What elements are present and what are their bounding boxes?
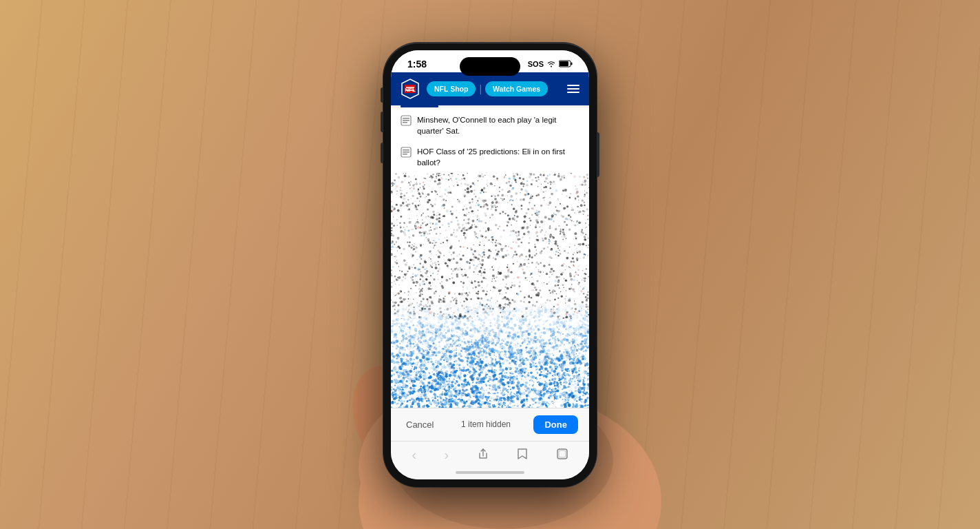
share-icon [477, 448, 489, 460]
nfl-logo: NFL [399, 78, 421, 100]
volume-up-button [381, 112, 383, 132]
cancel-button[interactable]: Cancel [402, 417, 438, 433]
home-indicator-bar [391, 468, 589, 479]
dynamic-island [460, 57, 520, 76]
svg-rect-28 [559, 450, 566, 457]
volume-down-button [381, 143, 383, 163]
scatter-canvas [391, 173, 589, 408]
battery-icon [559, 60, 573, 68]
tabs-icon [556, 448, 568, 460]
status-right-icons: SOS [528, 60, 573, 68]
news-item-1[interactable]: Minshew, O'Connell to each play 'a legit… [401, 114, 579, 136]
watch-games-button[interactable]: Watch Games [485, 81, 548, 96]
news-text-1: Minshew, O'Connell to each play 'a legit… [417, 114, 579, 136]
nfl-shop-button[interactable]: NFL Shop [427, 81, 476, 96]
news-text-2: HOF Class of '25 predictions: Eli in on … [417, 146, 579, 168]
safari-toolbar: ‹ › [391, 441, 589, 468]
done-button[interactable]: Done [533, 415, 578, 434]
back-button[interactable]: ‹ [407, 446, 420, 463]
home-bar [456, 471, 524, 474]
tabs-button[interactable] [552, 446, 573, 464]
nfl-header: NFL NFL Shop | Watch Games [391, 72, 589, 105]
phone-wrapper: 1:58 SOS [383, 43, 597, 487]
article-icon-1 [401, 115, 412, 126]
bottom-action-bar: Cancel 1 item hidden Done [391, 408, 589, 441]
svg-rect-15 [571, 63, 573, 65]
hidden-count-text: 1 item hidden [461, 419, 511, 429]
article-icon-2 [401, 147, 412, 158]
content-area[interactable]: Minshew, O'Connell to each play 'a legit… [391, 107, 589, 408]
header-buttons: NFL Shop | Watch Games [427, 81, 560, 96]
sos-label: SOS [528, 60, 544, 68]
phone-screen: 1:58 SOS [391, 50, 589, 479]
svg-rect-21 [403, 120, 409, 121]
status-time: 1:58 [407, 59, 427, 70]
svg-rect-25 [403, 152, 409, 153]
hamburger-line-3 [567, 92, 579, 93]
mute-button [381, 87, 383, 103]
forward-button[interactable]: › [440, 446, 453, 463]
power-button [597, 132, 599, 177]
svg-rect-22 [403, 122, 407, 123]
header-divider: | [479, 83, 482, 94]
svg-rect-26 [403, 154, 407, 155]
bookmarks-button[interactable] [513, 446, 532, 464]
phone-frame: 1:58 SOS [383, 43, 597, 487]
share-button[interactable] [473, 446, 493, 464]
news-item-2[interactable]: HOF Class of '25 predictions: Eli in on … [401, 146, 579, 168]
svg-rect-20 [403, 118, 409, 119]
svg-rect-16 [560, 61, 568, 66]
news-list: Minshew, O'Connell to each play 'a legit… [391, 107, 589, 182]
hamburger-line-1 [567, 85, 579, 86]
hamburger-menu-button[interactable] [566, 83, 581, 94]
wifi-icon [546, 60, 556, 68]
status-bar: 1:58 SOS [391, 50, 589, 72]
svg-rect-24 [403, 149, 409, 151]
bookmarks-icon [517, 448, 528, 460]
hamburger-line-2 [567, 88, 579, 90]
